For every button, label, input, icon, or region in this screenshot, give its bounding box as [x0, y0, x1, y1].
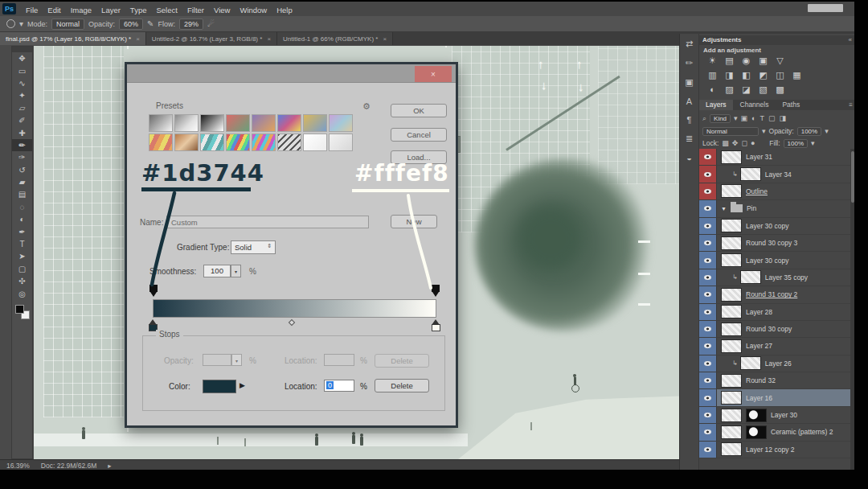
layer-row[interactable]: ▼ ↳ Round 30 copy 3 — [699, 235, 855, 252]
visibility-cell[interactable] — [699, 166, 717, 182]
zoom-tool[interactable]: ◎ — [12, 287, 32, 299]
layer-name[interactable]: Ceramic (patterns) 2 — [771, 428, 833, 436]
menu-item[interactable]: Window — [235, 4, 272, 16]
panel-menu-icon[interactable]: ≡ — [849, 101, 853, 109]
layer-thumbnail[interactable] — [721, 253, 742, 267]
layer-thumbnail[interactable] — [721, 442, 742, 456]
panel-tab[interactable]: Channels — [734, 100, 776, 110]
layer-name[interactable]: Layer 30 copy — [746, 222, 788, 230]
lock-pixels-icon[interactable]: ◻ — [741, 139, 747, 147]
color-stop-right[interactable] — [432, 324, 440, 331]
layer-thumbnail[interactable] — [740, 167, 761, 181]
hand-tool[interactable]: ✣ — [12, 275, 32, 287]
visibility-cell[interactable] — [699, 269, 717, 286]
curves-icon[interactable]: ◉ — [741, 55, 751, 66]
close-tab-icon[interactable]: × — [383, 35, 387, 43]
group-expand-icon[interactable]: ▼ — [721, 206, 727, 212]
status-arrow-icon[interactable]: ▸ — [108, 462, 111, 470]
gradient-preset-swatch[interactable] — [252, 114, 276, 132]
visibility-cell[interactable] — [699, 355, 717, 372]
eye-icon[interactable] — [704, 224, 711, 228]
stop-color-swatch[interactable] — [203, 380, 236, 393]
layer-thumbnail[interactable] — [721, 425, 742, 439]
blend-mode-select[interactable]: Normal — [702, 127, 759, 136]
visibility-cell[interactable] — [699, 424, 717, 440]
opacity-stop-left[interactable] — [149, 285, 158, 292]
gradient-preset-swatch[interactable] — [226, 134, 250, 151]
layer-thumbnail[interactable] — [740, 356, 761, 370]
eyedropper-tool[interactable]: ✐ — [12, 114, 32, 126]
hue-saturation-icon[interactable]: ▥ — [707, 70, 718, 80]
layer-row[interactable]: ▼ ↳ Layer 27 — [699, 338, 855, 355]
layer-row[interactable]: ▼ ↳ Layer 30 — [699, 407, 855, 424]
layer-row[interactable]: ▼ ↳ Ceramic (patterns) 2 — [699, 424, 855, 441]
menu-item[interactable]: Select — [151, 4, 182, 16]
document-tab[interactable]: final.psd @ 17% (Layer 16, RGB/8/CMYK) *… — [0, 32, 146, 45]
eye-icon[interactable] — [704, 343, 711, 348]
layer-opacity-value[interactable]: 100% — [797, 127, 821, 136]
chevron-down-icon[interactable]: ▾ — [811, 139, 815, 147]
history-brush-tool[interactable]: ↺ — [12, 164, 32, 176]
document-tab[interactable]: Untitled-2 @ 16.7% (Layer 3, RGB/8) * × — [146, 32, 277, 45]
menu-item[interactable]: Filter — [182, 4, 209, 16]
brush-dropdown-icon[interactable]: ▾ — [19, 19, 23, 28]
visibility-cell[interactable] — [699, 442, 717, 458]
visibility-cell[interactable] — [699, 235, 717, 251]
brush-preset-icon[interactable] — [6, 19, 15, 28]
layer-thumbnail[interactable] — [721, 391, 742, 405]
layer-row[interactable]: ▼ ↳ Layer 12 copy 2 — [699, 442, 855, 458]
filter-type-icon[interactable]: T — [760, 114, 765, 122]
layer-name[interactable]: Layer 16 — [746, 394, 772, 402]
eye-icon[interactable] — [704, 396, 711, 401]
black-white-icon[interactable]: ◧ — [741, 70, 751, 80]
load-button[interactable]: Load... — [391, 150, 447, 164]
eye-icon[interactable] — [704, 240, 711, 245]
visibility-cell[interactable] — [699, 200, 717, 216]
layer-thumbnail[interactable] — [721, 305, 742, 318]
gradient-preset-swatch[interactable] — [200, 114, 224, 132]
layer-thumbnail[interactable] — [721, 236, 742, 250]
adjustments-panel-header[interactable]: Adjustments — [699, 35, 855, 45]
opacity-stop-right[interactable] — [432, 285, 440, 292]
layer-name[interactable]: Round 31 copy 2 — [746, 290, 797, 298]
healing-brush-tool[interactable]: ✚ — [12, 126, 32, 138]
menu-item[interactable]: Layer — [96, 4, 125, 16]
filter-shape-icon[interactable]: ▢ — [768, 114, 776, 122]
visibility-cell[interactable] — [699, 183, 717, 199]
gradient-preset-swatch[interactable] — [277, 114, 301, 132]
mini-bridge-panel-icon[interactable]: ⇄ — [686, 39, 693, 49]
blur-tool[interactable]: ◌ — [12, 201, 32, 213]
threshold-icon[interactable]: ◪ — [741, 84, 751, 95]
layer-row[interactable]: ▼ ↳ Layer 31 — [699, 149, 855, 166]
brush-tool[interactable]: ✏ — [12, 139, 32, 151]
layer-mask-thumbnail[interactable] — [746, 409, 767, 422]
layer-name[interactable]: Layer 26 — [765, 360, 792, 368]
mode-select[interactable]: Normal — [51, 18, 84, 30]
layer-name[interactable]: Layer 30 — [771, 411, 797, 419]
eye-icon[interactable] — [704, 206, 711, 211]
visibility-cell[interactable] — [699, 338, 717, 354]
gradient-preset-swatch[interactable] — [252, 134, 276, 151]
layer-name[interactable]: Layer 27 — [746, 342, 772, 350]
gradient-preset-swatch[interactable] — [303, 114, 327, 132]
visibility-cell[interactable] — [699, 149, 717, 165]
chevron-down-icon[interactable]: ▾ — [734, 114, 738, 122]
channel-mixer-icon[interactable]: ◫ — [775, 70, 785, 80]
zoom-level[interactable]: 16.39% — [6, 462, 30, 470]
shape-tool[interactable]: ▢ — [12, 263, 32, 275]
layer-thumbnail[interactable] — [740, 270, 761, 284]
layer-thumbnail[interactable] — [721, 409, 742, 422]
exposure-icon[interactable]: ▣ — [758, 55, 768, 66]
delete-color-stop-button[interactable]: Delete — [375, 379, 429, 392]
layer-row[interactable]: ▼ ↳ Layer 30 copy — [699, 252, 855, 269]
layer-thumbnail[interactable] — [721, 323, 742, 336]
close-tab-icon[interactable]: × — [136, 35, 140, 43]
posterize-icon[interactable]: ▨ — [724, 84, 735, 95]
layer-thumbnail[interactable] — [721, 219, 742, 232]
layer-row[interactable]: ▼ ↳ Outline — [699, 183, 855, 200]
close-tab-icon[interactable]: × — [267, 35, 271, 43]
airbrush-icon[interactable]: ☄ — [207, 19, 215, 28]
character-panel-icon[interactable]: A — [686, 97, 692, 106]
visibility-cell[interactable] — [699, 252, 717, 268]
chevron-down-icon[interactable]: ▾ — [762, 127, 766, 135]
